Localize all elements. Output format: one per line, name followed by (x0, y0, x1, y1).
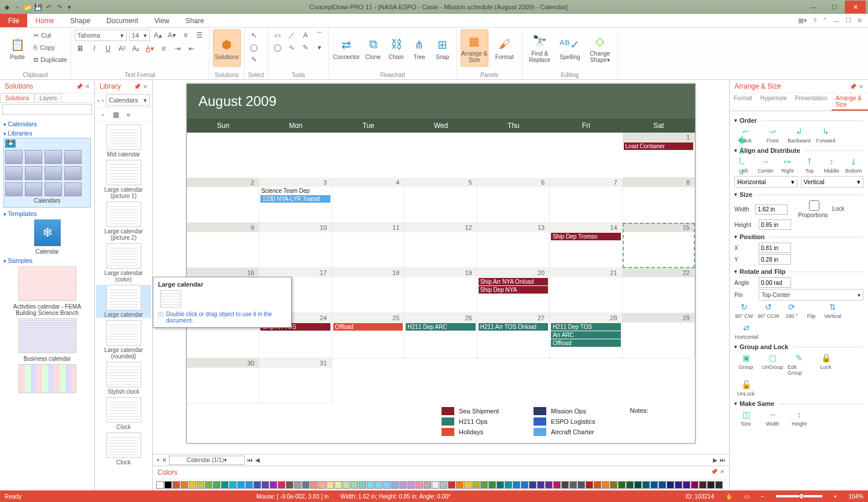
calendar-cell[interactable]: 2 (187, 178, 259, 223)
color-swatch[interactable] (351, 481, 358, 489)
library-item[interactable]: Large calendar (picture 2) (96, 201, 151, 241)
align-top-button[interactable]: ⤒Top (800, 156, 819, 174)
font-size-selector[interactable]: 14▾ (129, 30, 150, 41)
close-button[interactable]: ✕ (845, 1, 866, 13)
calendar-cell[interactable]: 22 (623, 268, 695, 313)
color-swatch[interactable] (343, 481, 350, 489)
calendar-cell[interactable]: 3Science Team Dep1230 NYA-LYR Transit (259, 178, 332, 223)
subscript-icon[interactable]: A₂ (130, 43, 142, 54)
calendar-cell[interactable]: 8 (623, 178, 695, 223)
pin-icon[interactable]: 📌 (711, 468, 718, 477)
arrange-size-button[interactable]: ▦Arrange & Size (461, 30, 488, 67)
color-swatch[interactable] (561, 481, 569, 489)
zoom-in-icon[interactable]: + (834, 493, 837, 500)
library-item[interactable]: Large calendar (rounded) (96, 320, 151, 360)
color-swatch[interactable] (189, 481, 196, 489)
ellipse-tool-icon[interactable]: ◯ (272, 42, 284, 53)
fit-icon[interactable]: ▭ (744, 493, 749, 500)
color-swatch[interactable] (642, 481, 650, 489)
color-swatch[interactable] (172, 481, 180, 489)
sample-thumb-3[interactable] (19, 364, 76, 393)
align-right-button[interactable]: ↦Right (778, 156, 797, 174)
solutions-button[interactable]: ⬢ Solutions (213, 30, 241, 67)
qat-open-icon[interactable]: 📂 (23, 2, 32, 12)
calendar-cell[interactable]: 28H211 Dep TOSArr ARCOffload (550, 313, 622, 358)
calendar-cell[interactable]: 29 (623, 313, 695, 358)
solutions-tab[interactable]: Solutions (0, 93, 34, 102)
qat-undo-icon[interactable]: ↶ (44, 2, 53, 12)
page-remove-icon[interactable]: ✕ (162, 457, 167, 463)
sample-thumb-2[interactable] (19, 318, 76, 353)
edit-points-icon[interactable]: ✎ (248, 54, 260, 65)
color-swatch[interactable] (278, 481, 285, 489)
calendar-cell[interactable]: 30 (187, 358, 259, 404)
page-add-icon[interactable]: + (156, 457, 160, 463)
group-button[interactable]: ▣Group (734, 353, 757, 376)
tab-shape[interactable]: Shape (62, 14, 98, 27)
align-middle-button[interactable]: ↕Middle (822, 156, 841, 174)
color-swatch[interactable] (675, 481, 682, 489)
close-panel-icon[interactable]: ✕ (859, 83, 863, 90)
bold-icon[interactable]: B (75, 43, 86, 54)
color-swatch[interactable] (407, 481, 415, 489)
qat-more-icon[interactable]: ▾ (65, 2, 74, 12)
color-swatch[interactable] (699, 481, 707, 489)
align-bottom-button[interactable]: ⤓Bottom (844, 156, 863, 174)
color-swatch[interactable] (375, 481, 382, 489)
color-swatch[interactable] (586, 481, 593, 489)
color-swatch[interactable] (432, 481, 439, 489)
align-center-button[interactable]: ↔Center (756, 156, 775, 174)
calendar-cell[interactable]: 7 (550, 178, 622, 223)
color-swatch[interactable] (537, 481, 545, 489)
calendar-cell[interactable]: 20Ship Arr NYA OnloadShip Dep NYA (477, 268, 550, 313)
outdent-icon[interactable]: ⇤ (186, 43, 197, 54)
page-prev-icon[interactable]: ◀ (255, 457, 260, 463)
library-item[interactable]: Large calendar (96, 285, 151, 318)
snap-button[interactable]: ⊞Snap (432, 30, 453, 67)
connector-button[interactable]: ⇄Connector (333, 30, 361, 67)
canvas[interactable]: August 2009 SunMonTueWedThuFriSat 1Load … (153, 80, 729, 454)
color-swatch[interactable] (367, 481, 374, 489)
color-swatch[interactable] (464, 481, 472, 489)
x-input[interactable] (759, 243, 791, 253)
arc-tool-icon[interactable]: ⌒ (314, 30, 325, 41)
color-swatch[interactable] (221, 481, 229, 489)
qat-redo-icon[interactable]: ↷ (54, 2, 64, 12)
angle-input[interactable] (759, 277, 791, 288)
color-swatch[interactable] (359, 481, 366, 489)
page-next-icon[interactable]: ▶ (713, 457, 718, 463)
tab-home[interactable]: Home (27, 14, 62, 27)
color-swatch[interactable] (634, 481, 642, 489)
duplicate-button[interactable]: ⧉Duplicate (34, 54, 67, 65)
rect-tool-icon[interactable]: ▭ (272, 30, 284, 41)
color-swatch[interactable] (480, 481, 488, 489)
color-swatch[interactable] (237, 481, 245, 489)
font-selector[interactable]: Tahoma▾ (75, 30, 127, 41)
color-swatch[interactable] (488, 481, 496, 489)
color-swatch[interactable] (262, 481, 269, 489)
library-selector[interactable]: Calendars▾ (106, 94, 150, 106)
lib-add-icon[interactable]: ▫ (97, 109, 109, 120)
color-swatch[interactable] (626, 481, 634, 489)
library-item[interactable]: Large calendar (picture 1) (96, 160, 151, 199)
calendar-cell[interactable]: 25Offload (332, 313, 404, 358)
pencil-tool-icon[interactable]: ✎ (300, 42, 311, 53)
color-swatch[interactable] (521, 481, 528, 489)
height-input[interactable] (759, 219, 791, 230)
flip-h-button[interactable]: ⇄Horizontal (734, 323, 759, 340)
color-swatch[interactable] (213, 481, 220, 489)
color-swatch[interactable] (310, 481, 318, 489)
zoom-value[interactable]: 104% (848, 493, 863, 500)
align-left-icon[interactable]: ≡ (180, 30, 192, 41)
color-swatch[interactable] (383, 481, 391, 489)
tab-view[interactable]: View (146, 14, 178, 27)
order-backward-button[interactable]: ↲Backward (788, 126, 811, 144)
indent-icon[interactable]: ⇥ (172, 43, 183, 54)
clone-button[interactable]: ⧉Clone (363, 30, 384, 67)
calendar-cell[interactable]: 15 (623, 223, 695, 268)
format-button[interactable]: 🖌Format (491, 30, 518, 67)
sec-samples[interactable]: Samples (3, 257, 91, 264)
calendar-cell[interactable]: 18 (332, 268, 404, 313)
save-lib-icon[interactable]: 💾 (5, 140, 16, 148)
color-swatch[interactable] (424, 481, 431, 489)
